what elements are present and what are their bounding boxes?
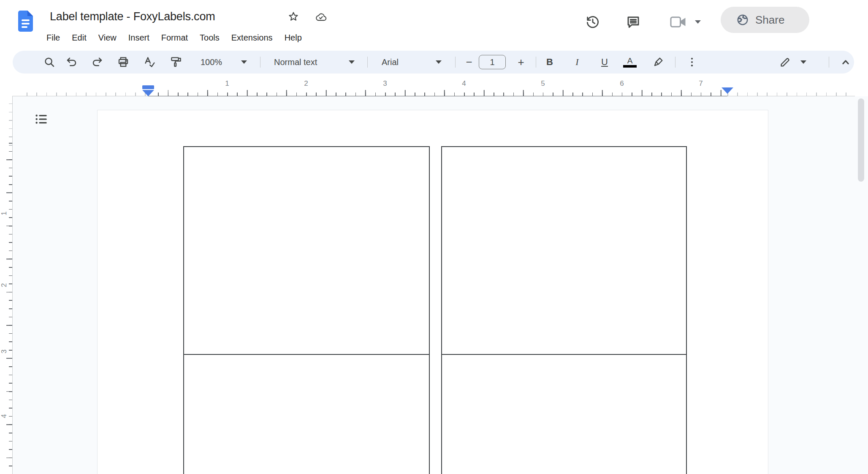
google-docs-logo-icon[interactable] xyxy=(18,11,33,32)
globe-icon xyxy=(736,13,749,27)
font-size-input[interactable]: 1 xyxy=(479,55,506,69)
menu-insert[interactable]: Insert xyxy=(122,30,155,45)
share-button[interactable]: Share xyxy=(721,7,809,33)
menu-view[interactable]: View xyxy=(92,30,122,45)
redo-icon[interactable] xyxy=(88,53,106,71)
label-cell-top-left[interactable] xyxy=(183,146,430,355)
menu-help[interactable]: Help xyxy=(279,30,308,45)
document-tabs-outline-icon[interactable] xyxy=(31,109,52,129)
decrease-font-size-button[interactable]: − xyxy=(460,53,478,71)
document-canvas xyxy=(13,96,868,474)
paint-format-icon[interactable] xyxy=(167,53,185,71)
hruler-number: 4 xyxy=(462,79,466,88)
header: Label template - FoxyLabels.com File Edi… xyxy=(0,0,868,50)
document-page[interactable] xyxy=(97,110,768,474)
document-title[interactable]: Label template - FoxyLabels.com xyxy=(50,10,215,23)
font-family-dropdown-icon[interactable] xyxy=(429,53,448,71)
hruler-number: 1 xyxy=(225,79,229,88)
star-icon[interactable] xyxy=(286,10,301,24)
label-cell-top-right[interactable] xyxy=(441,146,687,355)
underline-button[interactable]: U xyxy=(595,53,614,71)
toolbar: 100% Normal text Arial − 1 + B I U A xyxy=(13,51,854,74)
italic-button[interactable]: I xyxy=(568,53,586,71)
search-menus-icon[interactable] xyxy=(40,53,59,71)
hide-menus-chevron-up-icon[interactable] xyxy=(836,53,855,71)
google-docs-app: Label template - FoxyLabels.com File Edi… xyxy=(0,0,868,474)
bold-button[interactable]: B xyxy=(540,53,559,71)
more-options-icon[interactable] xyxy=(683,53,701,71)
paragraph-style-dropdown-icon[interactable] xyxy=(342,53,361,71)
zoom-dropdown-icon[interactable] xyxy=(235,53,253,71)
text-color-swatch xyxy=(623,65,637,68)
undo-icon[interactable] xyxy=(62,53,81,71)
text-color-button[interactable]: A xyxy=(621,53,639,71)
right-indent-marker[interactable] xyxy=(722,87,733,94)
editing-mode-pencil-icon[interactable] xyxy=(776,53,795,71)
hruler-number: 2 xyxy=(304,79,308,88)
horizontal-ruler: 1 2 3 4 5 6 7 xyxy=(0,74,868,97)
vruler-number: 2 xyxy=(0,281,8,290)
video-call-icon[interactable] xyxy=(669,14,688,30)
menu-file[interactable]: File xyxy=(41,30,66,45)
zoom-value[interactable]: 100% xyxy=(201,51,222,74)
editing-mode-dropdown-icon[interactable] xyxy=(794,53,813,71)
menu-format[interactable]: Format xyxy=(155,30,194,45)
hruler-number: 7 xyxy=(699,79,703,88)
vruler-number: 3 xyxy=(0,347,8,356)
label-cell-bottom-right[interactable] xyxy=(441,355,687,474)
menu-bar: File Edit View Insert Format Tools Exten… xyxy=(41,30,308,45)
vertical-ruler: 1 2 3 4 xyxy=(0,96,13,474)
font-family-value[interactable]: Arial xyxy=(382,51,399,74)
share-button-label: Share xyxy=(755,14,784,27)
menu-tools[interactable]: Tools xyxy=(194,30,225,45)
first-line-indent-marker[interactable] xyxy=(142,85,154,89)
print-icon[interactable] xyxy=(114,53,133,71)
vruler-number: 4 xyxy=(0,411,8,421)
cloud-saved-icon[interactable] xyxy=(313,10,328,24)
menu-edit[interactable]: Edit xyxy=(66,30,92,45)
vruler-number: 1 xyxy=(0,209,8,218)
logo-fold-shade xyxy=(27,11,33,16)
increase-font-size-button[interactable]: + xyxy=(512,53,530,71)
vertical-scrollbar-thumb[interactable] xyxy=(858,98,864,182)
version-history-icon[interactable] xyxy=(583,13,602,31)
label-cell-bottom-left[interactable] xyxy=(183,355,430,474)
menu-extensions[interactable]: Extensions xyxy=(225,30,279,45)
highlight-color-icon[interactable] xyxy=(649,53,667,71)
comments-icon[interactable] xyxy=(624,13,643,31)
hruler-number: 5 xyxy=(541,79,545,88)
hruler-number: 6 xyxy=(620,79,624,88)
video-call-dropdown-icon[interactable] xyxy=(693,19,703,25)
left-indent-marker[interactable] xyxy=(142,90,154,96)
hruler-number: 3 xyxy=(383,79,387,88)
spelling-check-icon[interactable] xyxy=(140,53,159,71)
paragraph-style-value[interactable]: Normal text xyxy=(274,51,317,74)
